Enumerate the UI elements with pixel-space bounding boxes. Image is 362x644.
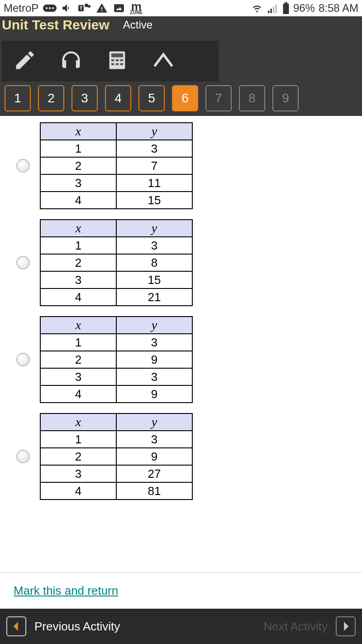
option-table: xy1327311415 [40, 122, 193, 209]
next-label: Next Activity [263, 620, 328, 634]
table-header: x [40, 413, 116, 431]
nav-question-6[interactable]: 6 [172, 85, 198, 111]
table-header: y [116, 220, 192, 237]
svg-rect-16 [111, 53, 123, 58]
page-title: Unit Test Review [2, 17, 110, 33]
nav-question-9: 9 [272, 85, 299, 111]
svg-rect-14 [283, 4, 289, 14]
warning-icon [95, 2, 108, 14]
svg-point-3 [52, 7, 54, 9]
nav-question-4[interactable]: 4 [105, 85, 131, 111]
clock-time: 8:58 AM [319, 2, 358, 14]
option-table: xy13293349 [40, 316, 193, 403]
headphones-icon[interactable] [59, 48, 83, 74]
table-row: 13 [40, 237, 192, 254]
table-row: 13 [40, 334, 192, 351]
table-row: 315 [40, 271, 192, 288]
table-row: 311 [40, 174, 192, 192]
calculator-icon[interactable] [105, 48, 129, 74]
table-row: 49 [40, 385, 192, 403]
table-row: 481 [40, 482, 192, 500]
table-row: 13 [40, 431, 192, 448]
more-icon [43, 4, 57, 13]
table-header: x [40, 317, 116, 334]
svg-rect-11 [273, 7, 274, 13]
option-table: xy1329327481 [40, 413, 193, 500]
mzone-icon: mZONE [130, 2, 143, 14]
teams-icon: T [77, 2, 91, 14]
signal-icon [267, 3, 279, 13]
wifi-icon [251, 3, 263, 13]
table-row: 415 [40, 192, 192, 209]
next-button[interactable] [336, 616, 356, 636]
pencil-icon[interactable] [13, 48, 37, 74]
nav-question-5[interactable]: 5 [138, 85, 165, 111]
svg-rect-17 [111, 59, 114, 61]
battery-percent: 96% [293, 2, 315, 14]
image-icon [113, 2, 125, 14]
radio-option-3[interactable] [16, 353, 30, 366]
svg-point-6 [85, 4, 88, 7]
nav-question-7: 7 [205, 85, 232, 111]
carrier-label: MetroP [4, 2, 38, 14]
mark-return-link[interactable]: Mark this and return [14, 584, 118, 597]
question-nav: 123456789 [2, 82, 358, 111]
nav-question-3[interactable]: 3 [71, 85, 98, 111]
table-row: 33 [40, 368, 192, 385]
svg-rect-18 [116, 59, 119, 61]
svg-rect-21 [116, 63, 119, 65]
answer-option: xy1327311415 [16, 122, 362, 209]
table-header: y [116, 413, 192, 431]
status-bar: MetroP T mZONE 96% 8:58 AM [0, 0, 362, 16]
table-header: x [40, 220, 116, 237]
footer-nav: Previous Activity Next Activity [0, 609, 362, 644]
nav-question-8: 8 [239, 85, 265, 111]
toolbar [2, 41, 219, 82]
compass-icon[interactable] [152, 48, 175, 74]
mark-area: Mark this and return [0, 572, 362, 609]
option-table: xy1328315421 [40, 219, 193, 306]
svg-text:T: T [80, 5, 83, 11]
table-header: y [116, 317, 192, 334]
svg-rect-19 [120, 59, 124, 61]
svg-point-7 [88, 5, 90, 8]
previous-label: Previous Activity [34, 620, 120, 634]
svg-rect-10 [270, 9, 272, 13]
radio-option-2[interactable] [16, 256, 30, 269]
svg-rect-20 [111, 63, 114, 65]
table-row: 27 [40, 157, 192, 174]
radio-option-1[interactable] [16, 159, 30, 173]
answer-option: xy1328315421 [16, 219, 362, 306]
svg-point-1 [46, 7, 48, 9]
answer-option: xy13293349 [16, 316, 362, 403]
svg-rect-13 [285, 2, 288, 4]
table-row: 327 [40, 465, 192, 482]
volume-icon [61, 2, 73, 14]
svg-rect-22 [120, 63, 124, 65]
question-content: xy1327311415xy1328315421xy13293349xy1329… [0, 116, 362, 572]
svg-point-2 [49, 7, 51, 9]
nav-question-1[interactable]: 1 [5, 85, 31, 111]
battery-icon [282, 2, 290, 14]
previous-button[interactable] [6, 616, 26, 636]
table-row: 29 [40, 448, 192, 465]
nav-question-2[interactable]: 2 [38, 85, 64, 111]
page-status: Active [123, 19, 152, 31]
table-row: 421 [40, 288, 192, 306]
table-row: 29 [40, 351, 192, 368]
svg-rect-8 [114, 4, 124, 12]
table-header: y [116, 123, 192, 140]
answer-option: xy1329327481 [16, 413, 362, 500]
table-row: 28 [40, 254, 192, 271]
table-row: 13 [40, 140, 192, 157]
app-header: Unit Test Review Active 123456789 [0, 16, 362, 116]
table-header: x [40, 123, 116, 140]
svg-rect-9 [268, 11, 269, 14]
svg-rect-12 [275, 5, 276, 13]
radio-option-4[interactable] [16, 450, 30, 463]
